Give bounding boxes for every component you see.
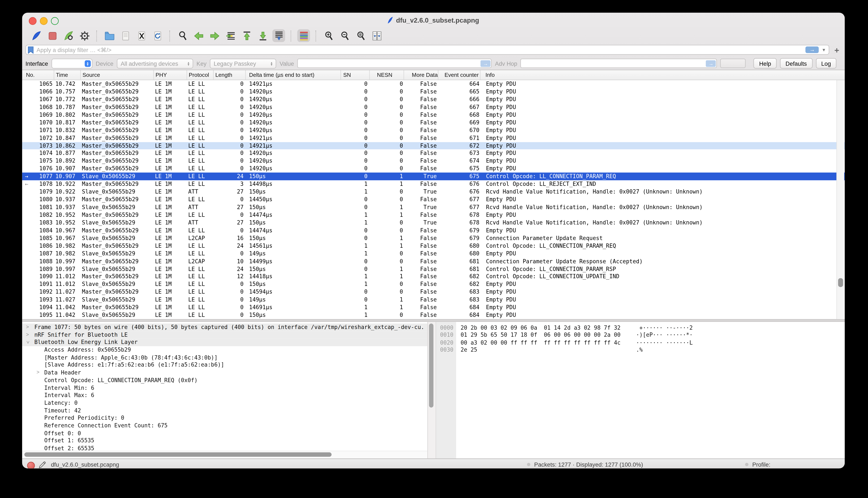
- zoom-in-icon[interactable]: [322, 29, 335, 42]
- scrollbar-thumb[interactable]: [838, 278, 843, 287]
- column-header-length[interactable]: Length: [214, 70, 246, 80]
- log-button[interactable]: Log: [816, 58, 837, 68]
- detail-line[interactable]: [Slave Address: e1:7f:a5:62:ea:b6 (e1:7f…: [22, 362, 427, 369]
- detail-line[interactable]: Preferred Periodicity: 0: [22, 414, 427, 422]
- packet-list-vertical-scrollbar[interactable]: [837, 80, 844, 319]
- packet-row[interactable]: 108210.952Master_0x50655b29LE 1MLE LL014…: [22, 211, 845, 219]
- zoom-out-icon[interactable]: [338, 29, 351, 42]
- hex-line[interactable]: 00302e 25.%: [436, 346, 845, 354]
- display-filter-input[interactable]: Apply a display filter … <⌘/> → ▼: [25, 45, 829, 55]
- packet-row[interactable]: 109111.012Slave_0x50655b29LE 1MLE LL0150…: [22, 280, 845, 288]
- detail-line[interactable]: Reference Connection Event Count: 675: [22, 422, 427, 429]
- packet-row[interactable]: 107310.862Master_0x50655b29LE 1MLE LL014…: [22, 142, 845, 149]
- go-to-packet-icon[interactable]: [224, 29, 237, 42]
- expert-info-icon[interactable]: [27, 462, 35, 468]
- go-back-icon[interactable]: [192, 29, 205, 42]
- packet-row[interactable]: 107110.832Master_0x50655b29LE 1MLE LL014…: [22, 127, 845, 134]
- packet-row[interactable]: ←107810.922Master_0x50655b29LE 1MLE LL31…: [22, 180, 845, 188]
- go-to-bottom-icon[interactable]: [256, 29, 269, 42]
- status-packet-counts[interactable]: Packets: 1277 · Displayed: 1277 (100.0%): [534, 461, 643, 468]
- go-forward-icon[interactable]: [208, 29, 221, 42]
- packet-bytes-pane[interactable]: 000020 2b 00 03 02 09 06 0a 01 14 2d a3 …: [436, 322, 845, 458]
- detail-line[interactable]: [Master Address: Apple_6c:43:0b (78:4f:4…: [22, 354, 427, 361]
- packet-row[interactable]: 107910.922Slave_0x50655b29LE 1MATT27150µ…: [22, 188, 845, 196]
- detail-horizontal-scrollbar[interactable]: [22, 451, 427, 458]
- save-file-icon[interactable]: [119, 29, 132, 42]
- column-header-more-data[interactable]: More Data: [404, 70, 438, 80]
- go-to-top-icon[interactable]: [240, 29, 253, 42]
- restart-capture-icon[interactable]: [62, 29, 75, 42]
- packet-row[interactable]: 108110.937Slave_0x50655b29LE 1MATT27150µ…: [22, 204, 845, 211]
- open-file-folder-icon[interactable]: [103, 29, 116, 42]
- help-button[interactable]: Help: [754, 58, 777, 68]
- hex-line[interactable]: 002000 a3 02 00 00 ff ff ff ff ff ff ff …: [436, 339, 845, 346]
- status-filename[interactable]: dfu_v2.6.0_subset.pcapng: [51, 461, 119, 468]
- capture-comment-pencil-icon[interactable]: [39, 461, 46, 469]
- packet-row[interactable]: 109511.042Slave_0x50655b29LE 1MLE LL0150…: [22, 312, 845, 319]
- detail-line[interactable]: Interval Max: 6: [22, 392, 427, 399]
- value-input[interactable]: →: [297, 59, 492, 68]
- packet-row[interactable]: 107010.817Master_0x50655b29LE 1MLE LL014…: [22, 119, 845, 126]
- packet-row[interactable]: 108910.997Slave_0x50655b29LE 1MLE LL2415…: [22, 265, 845, 273]
- stop-capture-icon[interactable]: [46, 29, 59, 42]
- filter-bookmark-icon[interactable]: [28, 46, 34, 53]
- expander-closed-icon[interactable]: >: [37, 369, 39, 377]
- packet-row[interactable]: 107210.847Master_0x50655b29LE 1MLE LL014…: [22, 134, 845, 142]
- apply-filter-button[interactable]: →: [806, 47, 819, 53]
- find-packet-icon[interactable]: [176, 29, 189, 42]
- colorize-packets-icon[interactable]: [297, 29, 310, 42]
- detail-line[interactable]: Control Opcode: LL_CONNECTION_PARAM_REQ …: [22, 377, 427, 384]
- zoom-reset-icon[interactable]: [354, 29, 367, 42]
- detail-line[interactable]: Access Address: 0x50655b29: [22, 346, 427, 354]
- packet-row[interactable]: 107410.877Master_0x50655b29LE 1MLE LL014…: [22, 149, 845, 157]
- pane-splitter-horizontal[interactable]: [22, 319, 845, 322]
- column-header-no[interactable]: No.: [22, 70, 54, 80]
- packet-row[interactable]: 108310.952Slave_0x50655b29LE 1MATT27150µ…: [22, 219, 845, 226]
- packet-list[interactable]: 106510.742Master_0x50655b29LE 1MLE LL014…: [22, 80, 845, 319]
- packet-row[interactable]: 107610.907Master_0x50655b29LE 1MLE LL014…: [22, 165, 845, 173]
- auto-scroll-icon[interactable]: [272, 29, 285, 42]
- scrollbar-thumb[interactable]: [429, 324, 434, 407]
- column-header-source[interactable]: Source: [81, 70, 154, 80]
- detail-line[interactable]: >Data Header: [22, 369, 427, 376]
- adv-hop-input[interactable]: →: [521, 59, 717, 68]
- close-file-icon[interactable]: [135, 29, 148, 42]
- packet-row[interactable]: 106710.772Master_0x50655b29LE 1MLE LL014…: [22, 95, 845, 103]
- device-select[interactable]: All advertising devices▲▼: [117, 58, 193, 68]
- detail-vertical-scrollbar[interactable]: [427, 322, 436, 458]
- packet-row[interactable]: 108010.937Master_0x50655b29LE 1MLE LL014…: [22, 196, 845, 204]
- detail-line[interactable]: >Frame 1077: 50 bytes on wire (400 bits)…: [22, 324, 427, 331]
- resize-columns-icon[interactable]: [370, 29, 383, 42]
- capture-options-gear-icon[interactable]: [78, 29, 91, 42]
- column-header-delta[interactable]: Delta time (µs end to start): [246, 70, 341, 80]
- detail-line[interactable]: Offset 1: 65535: [22, 437, 427, 444]
- title-bar[interactable]: dfu_v2.6.0_subset.pcapng: [22, 13, 845, 28]
- packet-row[interactable]: 106810.787Master_0x50655b29LE 1MLE LL014…: [22, 103, 845, 111]
- detail-line[interactable]: Timeout: 42: [22, 407, 427, 414]
- adv-hop-apply-arrow-icon[interactable]: →: [706, 60, 716, 67]
- filter-dropdown-caret[interactable]: ▼: [822, 47, 826, 52]
- column-header-event-counter[interactable]: Event counter: [438, 70, 481, 80]
- packet-detail-pane[interactable]: >Frame 1077: 50 bytes on wire (400 bits)…: [22, 322, 427, 458]
- packet-row[interactable]: 107510.892Master_0x50655b29LE 1MLE LL014…: [22, 157, 845, 165]
- column-header-nesn[interactable]: NESN: [370, 70, 404, 80]
- hex-line[interactable]: 000020 2b 00 03 02 09 06 0a 01 14 2d a3 …: [436, 324, 845, 331]
- packet-row[interactable]: 109011.012Master_0x50655b29LE 1MLE LL121…: [22, 273, 845, 280]
- column-header-time[interactable]: Time: [54, 70, 81, 80]
- status-profile[interactable]: Profile: Profile_nRF_Sniffer_Bluetooth_L…: [752, 461, 845, 469]
- start-capture-icon[interactable]: [30, 29, 43, 42]
- packet-row[interactable]: 106910.802Master_0x50655b29LE 1MLE LL014…: [22, 111, 845, 119]
- packet-row[interactable]: 109311.027Slave_0x50655b29LE 1MLE LL0149…: [22, 296, 845, 304]
- detail-line[interactable]: Interval Min: 6: [22, 384, 427, 392]
- detail-line[interactable]: Offset 0: 0: [22, 430, 427, 437]
- packet-row[interactable]: 106510.742Master_0x50655b29LE 1MLE LL014…: [22, 80, 845, 88]
- defaults-button[interactable]: Defaults: [780, 58, 813, 68]
- packet-row[interactable]: 109211.027Master_0x50655b29LE 1MLE LL014…: [22, 288, 845, 296]
- hex-line[interactable]: 001001 29 5b 65 50 17 18 0f 06 00 06 00 …: [436, 331, 845, 339]
- column-header-info[interactable]: Info: [481, 70, 845, 80]
- reload-file-icon[interactable]: [151, 29, 164, 42]
- detail-line[interactable]: >Bluetooth Low Energy Link Layer: [22, 339, 427, 346]
- add-filter-button-plus-icon[interactable]: +: [832, 45, 841, 54]
- expander-closed-icon[interactable]: >: [26, 331, 29, 339]
- value-apply-arrow-icon[interactable]: →: [481, 60, 490, 67]
